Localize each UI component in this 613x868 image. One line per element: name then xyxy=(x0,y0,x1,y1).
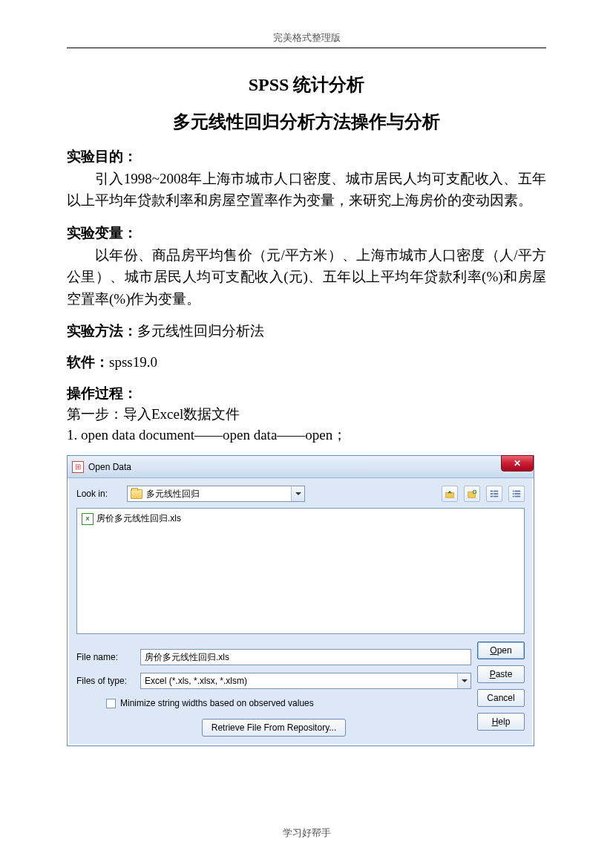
minimize-checkbox[interactable] xyxy=(106,699,116,708)
filetype-combo[interactable]: Excel (*.xls, *.xlsx, *.xlsm) xyxy=(140,673,471,689)
doc-title-1: SPSS 统计分析 xyxy=(67,73,546,97)
filename-input[interactable]: 房价多元线性回归.xls xyxy=(140,649,471,665)
file-item[interactable]: X 房价多元线性回归.xls xyxy=(80,512,521,526)
software-row: 软件：spss19.0 xyxy=(67,353,546,372)
list-view-button[interactable] xyxy=(508,486,525,502)
process-step1-detail: 1. open data document——open data——open； xyxy=(67,425,546,445)
method-text: 多元线性回归分析法 xyxy=(137,323,264,339)
vars-label: 实验变量： xyxy=(67,223,546,243)
software-text: spss19.0 xyxy=(109,354,157,370)
header-rule xyxy=(67,48,546,48)
svg-rect-7 xyxy=(494,493,498,495)
svg-rect-14 xyxy=(514,496,520,497)
button-column: Open Paste Cancel Help xyxy=(477,642,525,731)
left-fields: File name: 房价多元线性回归.xls Files of type: E… xyxy=(76,642,471,737)
svg-rect-8 xyxy=(494,496,498,497)
lookin-row: Look in: 多元线性回归 xyxy=(76,486,525,502)
filetype-row: Files of type: Excel (*.xls, *.xlsx, *.x… xyxy=(76,673,471,689)
doc-title-2: 多元线性回归分析方法操作与分析 xyxy=(67,110,546,134)
filename-value: 房价多元线性回归.xls xyxy=(145,651,229,664)
dialog-body: Look in: 多元线性回归 xyxy=(68,478,534,745)
svg-rect-13 xyxy=(514,493,520,495)
vars-text: 以年份、商品房平均售价（元/平方米）、上海市城市人口密度（人/平方公里）、城市居… xyxy=(67,244,546,310)
svg-rect-0 xyxy=(446,492,454,497)
lookin-combo[interactable]: 多元线性回归 xyxy=(127,486,305,502)
file-list[interactable]: X 房价多元线性回归.xls xyxy=(76,508,525,634)
filetype-label: Files of type: xyxy=(76,676,134,686)
svg-rect-3 xyxy=(491,491,494,492)
page-footer: 学习好帮手 xyxy=(0,826,613,840)
svg-rect-5 xyxy=(491,496,494,497)
svg-rect-11 xyxy=(513,496,514,497)
method-label: 实验方法： xyxy=(67,323,137,339)
dialog-bottom: File name: 房价多元线性回归.xls Files of type: E… xyxy=(76,642,525,737)
folder-icon xyxy=(131,489,142,499)
process-label: 操作过程： xyxy=(67,384,546,403)
excel-file-icon: X xyxy=(82,513,94,525)
svg-rect-4 xyxy=(491,493,494,495)
up-folder-button[interactable] xyxy=(442,486,458,502)
filename-row: File name: 房价多元线性回归.xls xyxy=(76,649,471,665)
header-text: 完美格式整理版 xyxy=(273,32,341,43)
new-folder-button[interactable] xyxy=(464,486,480,502)
lookin-value: 多元线性回归 xyxy=(146,488,200,500)
process-step1: 第一步：导入Excel数据文件 xyxy=(67,405,546,424)
help-button[interactable]: Help xyxy=(477,713,525,731)
svg-rect-10 xyxy=(513,493,514,495)
method-row: 实验方法：多元线性回归分析法 xyxy=(67,322,546,341)
retrieve-label: Retrieve File From Repository... xyxy=(212,722,337,733)
filename-label: File name: xyxy=(76,652,134,662)
retrieve-button[interactable]: Retrieve File From Repository... xyxy=(202,719,347,737)
dialog-titlebar[interactable]: ⊞ Open Data ✕ xyxy=(68,456,534,478)
dialog-title: Open Data xyxy=(88,462,131,472)
svg-rect-9 xyxy=(513,491,514,492)
minimize-row: Minimize string widths based on observed… xyxy=(106,698,471,708)
close-icon: ✕ xyxy=(514,458,521,469)
objective-label: 实验目的： xyxy=(67,147,546,166)
content-area: SPSS 统计分析 多元线性回归分析方法操作与分析 实验目的： 引入1998~2… xyxy=(67,67,546,746)
details-view-button[interactable] xyxy=(486,486,502,502)
chevron-down-icon[interactable] xyxy=(291,486,304,501)
file-item-label: 房价多元线性回归.xls xyxy=(96,512,181,525)
svg-rect-12 xyxy=(514,491,520,492)
software-label: 软件： xyxy=(67,354,109,370)
retrieve-row: Retrieve File From Repository... xyxy=(76,719,471,737)
filetype-value: Excel (*.xls, *.xlsx, *.xlsm) xyxy=(145,676,247,686)
footer-text: 学习好帮手 xyxy=(283,827,331,838)
app-icon: ⊞ xyxy=(72,461,84,473)
close-button[interactable]: ✕ xyxy=(501,455,534,471)
minimize-label: Minimize string widths based on observed… xyxy=(120,698,314,708)
paste-button[interactable]: Paste xyxy=(477,665,525,683)
page-header: 完美格式整理版 xyxy=(67,31,546,48)
svg-rect-6 xyxy=(494,491,498,492)
chevron-down-icon[interactable] xyxy=(457,673,471,688)
objective-text: 引入1998~2008年上海市城市人口密度、城市居民人均可支配收入、五年以上平均… xyxy=(67,168,546,212)
lookin-label: Look in: xyxy=(76,489,121,499)
cancel-button[interactable]: Cancel xyxy=(477,689,525,707)
open-button[interactable]: Open xyxy=(477,642,525,659)
open-data-dialog: ⊞ Open Data ✕ Look in: 多元线性回归 xyxy=(67,455,534,746)
